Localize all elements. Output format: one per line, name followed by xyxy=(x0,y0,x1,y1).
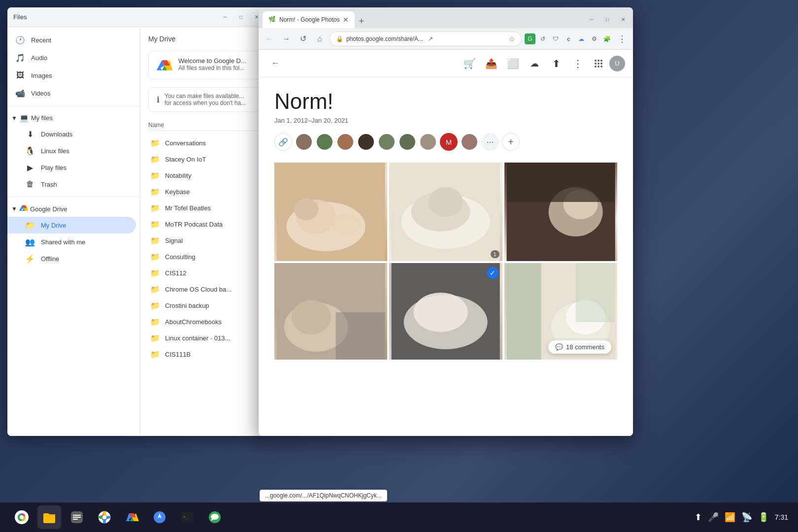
avatar-3[interactable] xyxy=(336,133,354,151)
sidebar-divider-2 xyxy=(7,197,140,197)
photo-cell-2[interactable]: 1 xyxy=(389,163,502,261)
file-row[interactable]: 📁 Chrome OS Cloud ba... xyxy=(148,281,261,298)
taskbar-photos[interactable] xyxy=(93,505,116,529)
avatar-2[interactable] xyxy=(316,133,333,151)
taskbar-chrome[interactable] xyxy=(10,505,33,529)
avatar-6[interactable] xyxy=(399,133,416,151)
file-row[interactable]: 📁 Notability xyxy=(148,167,261,184)
photo-cell-5[interactable]: ✓ xyxy=(389,263,502,360)
avatar-5[interactable] xyxy=(378,133,396,151)
photos-back-button[interactable]: ← xyxy=(266,55,284,72)
network-icon[interactable]: 📡 xyxy=(741,512,752,523)
ext-green[interactable]: G xyxy=(525,33,535,44)
forward-button[interactable]: → xyxy=(279,32,293,46)
new-tab-button[interactable]: + xyxy=(355,14,368,28)
taskbar-terminal[interactable]: >_ xyxy=(175,505,199,529)
photo-check-5[interactable]: ✓ xyxy=(487,267,499,279)
file-row[interactable]: 📁 Stacey On IoT xyxy=(148,151,261,167)
avatar-4[interactable] xyxy=(357,133,375,151)
avatar-add-button[interactable]: + xyxy=(502,133,520,151)
slideshow-button[interactable]: ⬜ xyxy=(503,54,523,73)
google-drive-section[interactable]: ▼ Google Drive xyxy=(7,201,140,217)
mic-icon[interactable]: 🎤 xyxy=(708,512,719,523)
tab-title: Norm! - Google Photos xyxy=(279,16,340,23)
google-apps-button[interactable] xyxy=(590,55,607,72)
sidebar-item-my-drive[interactable]: 📁 My Drive xyxy=(7,217,136,233)
wifi-icon[interactable]: 📶 xyxy=(725,512,735,523)
file-row[interactable]: 📁 MoTR Podcast Data xyxy=(148,216,261,233)
file-row[interactable]: 📁 Crostini backup xyxy=(148,298,261,314)
home-button[interactable]: ⌂ xyxy=(313,32,327,46)
file-row[interactable]: 📁 AboutChromebooks xyxy=(148,314,261,330)
avatar-7[interactable] xyxy=(419,133,437,151)
taskbar-squircle[interactable] xyxy=(65,505,89,529)
file-name: Consulting xyxy=(165,253,195,261)
comments-button[interactable]: 💬 18 comments xyxy=(548,340,611,354)
user-avatar[interactable]: U xyxy=(609,56,625,71)
file-name: MoTR Podcast Data xyxy=(165,221,223,228)
audio-icon: 🎵 xyxy=(15,53,25,63)
file-row[interactable]: 📁 CIS112 xyxy=(148,265,261,281)
file-row[interactable]: 📁 Mr Tofel Beatles xyxy=(148,200,261,216)
battery-icon[interactable]: 🔋 xyxy=(758,512,769,523)
avatar-9[interactable] xyxy=(461,133,478,151)
maximize-button[interactable]: □ xyxy=(235,11,247,23)
ext-reload[interactable]: ↺ xyxy=(537,33,548,44)
file-row[interactable]: 📁 Signal xyxy=(148,233,261,249)
taskbar-drive[interactable] xyxy=(120,505,144,529)
sidebar-item-images[interactable]: 🖼 Images xyxy=(7,66,136,84)
sidebar-item-recent[interactable]: 🕐 Recent xyxy=(7,31,136,49)
share-button[interactable]: ☁ xyxy=(525,54,544,73)
reload-button[interactable]: ↺ xyxy=(296,32,310,46)
avatar-more[interactable]: ··· xyxy=(481,133,499,151)
ext-puzzle[interactable]: 🧩 xyxy=(601,33,612,44)
sidebar-item-audio[interactable]: 🎵 Audio xyxy=(7,49,136,66)
photo-cell-4[interactable] xyxy=(274,263,387,360)
tab-close-button[interactable]: ✕ xyxy=(343,16,349,24)
sidebar-item-shared[interactable]: 👥 Shared with me xyxy=(7,233,136,250)
ext-gear[interactable]: ⚙ xyxy=(589,33,599,44)
photo-cell-1[interactable] xyxy=(274,163,387,261)
sidebar-item-linux-files[interactable]: 🐧 Linux files xyxy=(7,142,136,159)
sidebar-item-videos[interactable]: 📹 Videos xyxy=(7,84,136,102)
menu-button[interactable]: ⋮ xyxy=(615,32,629,46)
files-window: Files ─ □ ✕ 🕐 Recent 🎵 Audio 🖼 Images 📹 xyxy=(7,7,268,436)
file-row[interactable]: 📁 Conversations xyxy=(148,135,261,151)
shopping-cart-button[interactable]: 🛒 xyxy=(460,54,479,73)
share-link-button[interactable]: ⬆ xyxy=(546,54,566,73)
trash-icon: 🗑 xyxy=(25,179,35,189)
minimize-button[interactable]: ─ xyxy=(586,13,598,25)
taskbar-chat[interactable] xyxy=(203,505,227,529)
photo-cell-6[interactable]: 💬 18 comments xyxy=(504,263,617,360)
photo-cell-3[interactable] xyxy=(504,163,617,261)
sidebar-item-offline[interactable]: ⚡ Offline xyxy=(7,250,136,267)
address-bar[interactable]: 🔒 photos.google.com/share/A... ↗ ☆ xyxy=(330,32,522,46)
sidebar-item-play-files[interactable]: ▶ Play files xyxy=(7,159,136,176)
back-button[interactable]: ← xyxy=(263,32,276,46)
my-drive-icon: 📁 xyxy=(25,220,35,230)
close-button[interactable]: ✕ xyxy=(617,13,629,25)
minimize-button[interactable]: ─ xyxy=(219,11,231,23)
sidebar-item-trash[interactable]: 🗑 Trash xyxy=(7,176,136,193)
file-row[interactable]: 📁 Linux container - 013... xyxy=(148,330,261,346)
shared-link-button[interactable]: 🔗 xyxy=(274,133,292,151)
file-row[interactable]: 📁 CIS111B xyxy=(148,346,261,363)
file-row[interactable]: 📁 Keybase xyxy=(148,184,261,200)
sidebar-divider-1 xyxy=(7,106,140,106)
ext-shield[interactable]: 🛡 xyxy=(550,33,561,44)
restore-button[interactable]: □ xyxy=(601,13,613,25)
active-tab[interactable]: 🌿 Norm! - Google Photos ✕ xyxy=(263,11,355,28)
more-options-button[interactable]: ⋮ xyxy=(568,54,588,73)
taskbar-nav[interactable] xyxy=(148,505,171,529)
avatar-1[interactable] xyxy=(295,133,313,151)
google-drive-arrow: ▼ xyxy=(11,205,17,212)
file-row[interactable]: 📁 Consulting xyxy=(148,249,261,265)
my-files-section[interactable]: ▼ 💻 My files xyxy=(7,110,140,126)
tray-icon[interactable]: ⬆ xyxy=(695,512,702,523)
ext-cloud[interactable]: ☁ xyxy=(576,33,587,44)
taskbar-files[interactable] xyxy=(37,505,61,529)
ext-c[interactable]: c xyxy=(563,33,574,44)
upload-photo-button[interactable]: 📤 xyxy=(481,54,501,73)
avatar-m[interactable]: M xyxy=(440,133,458,151)
sidebar-item-downloads[interactable]: ⬇ Downloads xyxy=(7,126,136,142)
